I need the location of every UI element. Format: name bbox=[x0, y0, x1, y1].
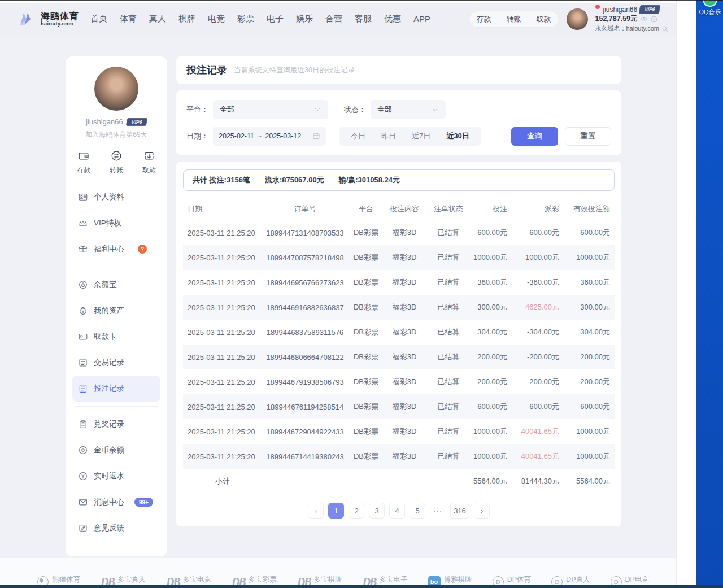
sidebar-menu-item[interactable]: 交易记录 bbox=[72, 350, 160, 376]
summary-bar: 共计 投注:3156笔 流水:875067.00元 输/赢:301058.24元 bbox=[183, 169, 615, 191]
page-number-button[interactable]: 4 bbox=[389, 503, 405, 519]
wallet-action-button[interactable]: 存款 bbox=[469, 11, 499, 27]
table-header-row: 日期 订单号 平台 投注内容 注单状态 投注 派彩 有效投注额 bbox=[183, 198, 615, 220]
avatar[interactable] bbox=[567, 8, 588, 30]
transfer-icon bbox=[110, 150, 123, 162]
prev-page-button[interactable]: ‹ bbox=[308, 503, 324, 519]
redeem-icon bbox=[78, 419, 88, 429]
nav-menu-item[interactable]: 合营 bbox=[325, 14, 342, 24]
table-row: 2025-03-11 21:25:20 1899446761194258514 … bbox=[183, 394, 615, 419]
nav-menu-item[interactable]: 彩票 bbox=[237, 14, 254, 24]
partner-logo: DB 多宝电子 bbox=[363, 575, 408, 585]
desktop-background: QQ音乐 bbox=[696, 0, 723, 585]
nav-menu-item[interactable]: 电子 bbox=[267, 14, 284, 24]
sidebar-menu-item[interactable]: 取款卡 bbox=[72, 324, 160, 350]
quick-action-button[interactable]: 取款 bbox=[142, 150, 156, 175]
refresh-balance-icon[interactable] bbox=[650, 15, 658, 23]
nav-menu-item[interactable]: 体育 bbox=[120, 14, 137, 24]
date-range-input[interactable]: 2025-02-11 ~ 2025-03-12 bbox=[213, 127, 326, 146]
table-row: 2025-03-11 21:25:20 1899446916882636837 … bbox=[183, 295, 615, 320]
qq-music-desktop-icon[interactable]: QQ音乐 bbox=[699, 0, 721, 16]
vip-badge: VIP6 bbox=[639, 5, 661, 14]
gift-icon bbox=[78, 244, 88, 254]
rebate-icon bbox=[78, 471, 88, 481]
quick-range-button[interactable]: 近30日 bbox=[438, 127, 477, 146]
page-number-button[interactable]: 2 bbox=[349, 503, 364, 519]
nav-menu-item[interactable]: 客服 bbox=[355, 14, 372, 24]
wallet-action-button[interactable]: 取款 bbox=[529, 11, 559, 27]
sidebar-divider bbox=[75, 267, 158, 267]
nav-right-area: 存款 转账 取款 jiushigan66 VIP6 152,787.59元 bbox=[469, 5, 671, 33]
page-subtitle: 当前系统支持查询最近30日的投注记录 bbox=[234, 66, 355, 75]
quick-action-button[interactable]: 转账 bbox=[110, 150, 123, 175]
sidebar-divider bbox=[75, 406, 158, 407]
partner-logo: DB 多宝电竞 bbox=[166, 575, 211, 585]
browser-page: 海鸥体育 haiouty.com 首页 体育 真人 棋牌 电竞 彩票 电子 娱乐 bbox=[0, 0, 676, 585]
scrollbar-track[interactable] bbox=[676, 0, 696, 585]
status-label: 状态： bbox=[344, 104, 366, 115]
taskbar[interactable] bbox=[0, 585, 723, 588]
partner-logo-glyph: D bbox=[493, 576, 504, 585]
nav-menu-item[interactable]: 棋牌 bbox=[178, 14, 195, 24]
page-number-button[interactable]: ··· bbox=[430, 503, 446, 519]
sidebar-menu-item[interactable]: 我的资产 bbox=[72, 298, 160, 324]
quick-range-button[interactable]: 昨日 bbox=[373, 127, 404, 146]
notification-dot bbox=[595, 5, 600, 9]
nav-menu-item[interactable]: APP bbox=[413, 14, 430, 24]
sidebar-menu-item[interactable]: 兑奖记录 bbox=[72, 411, 160, 437]
sidebar-menu-item[interactable]: 消息中心 99+ bbox=[72, 489, 160, 515]
brand-logo[interactable]: 海鸥体育 haiouty.com bbox=[17, 10, 79, 29]
status-select[interactable]: 全部 bbox=[371, 100, 446, 119]
transactions-icon bbox=[78, 358, 88, 368]
quick-range-button[interactable]: 今日 bbox=[343, 127, 373, 146]
partner-logo: DB 多宝棋牌 bbox=[297, 575, 342, 585]
next-page-button[interactable]: › bbox=[474, 503, 490, 519]
chevron-down-icon bbox=[431, 106, 439, 114]
search-icon[interactable] bbox=[661, 25, 668, 32]
quick-action-button[interactable]: 存款 bbox=[77, 150, 90, 175]
nav-menu-item[interactable]: 娱乐 bbox=[296, 14, 313, 24]
sidebar-menu-item[interactable]: VIP特权 bbox=[72, 210, 160, 236]
search-button[interactable]: 查询 bbox=[511, 127, 558, 146]
partner-logo: D DP电竞 bbox=[611, 575, 649, 585]
quick-range-group: 今日 昨日 近7日 近30日 bbox=[339, 127, 481, 146]
nav-menu-item[interactable]: 真人 bbox=[149, 14, 166, 24]
page-number-button[interactable]: 3 bbox=[369, 503, 385, 519]
eye-icon[interactable] bbox=[640, 15, 648, 23]
page-number-button[interactable]: 5 bbox=[410, 503, 425, 519]
sidebar-menu-item[interactable]: 余额宝 bbox=[72, 272, 160, 298]
help-badge[interactable]: ? bbox=[138, 245, 147, 254]
table-row: 2025-03-11 21:25:20 1899446729044922433 … bbox=[183, 419, 615, 444]
table-row: 2025-03-11 21:25:20 1899447131408703533 … bbox=[183, 220, 615, 245]
sidebar-menu-item[interactable]: 意见反馈 bbox=[72, 515, 160, 541]
sidebar-menu-item[interactable]: 福利中心 ? bbox=[72, 236, 160, 262]
nav-menu-item[interactable]: 优惠 bbox=[384, 14, 401, 24]
table-row: 2025-03-11 21:25:20 1899447087578218498 … bbox=[183, 245, 615, 270]
footer: 熊猫体育 DB 多宝真人 DB 多宝电竞 bbox=[0, 558, 676, 585]
wallet-action-button[interactable]: 转账 bbox=[499, 11, 529, 27]
sidebar-menu-item[interactable]: 个人资料 bbox=[72, 184, 160, 210]
platform-select[interactable]: 全部 bbox=[213, 100, 328, 119]
page-number-button[interactable]: 1 bbox=[328, 503, 344, 519]
page-number-button[interactable]: 316 bbox=[450, 503, 469, 519]
table-row: 2025-03-11 21:25:20 1899446956766273623 … bbox=[183, 270, 615, 295]
partner-logo: DB 多宝真人 bbox=[101, 575, 146, 585]
sidebar-menu-item[interactable]: 实时返水 bbox=[72, 463, 160, 489]
seagull-logo-icon bbox=[17, 10, 36, 29]
nav-menu-item[interactable]: 电竞 bbox=[208, 14, 225, 24]
quick-range-button[interactable]: 近7日 bbox=[404, 127, 438, 146]
main-content: 投注记录 当前系统支持查询最近30日的投注记录 平台： 全部 状态： 全部 日期… bbox=[176, 56, 621, 526]
balance-amount: 152,787.59元 bbox=[595, 14, 638, 24]
message-icon bbox=[78, 497, 88, 507]
table-row: 2025-03-11 21:25:20 1899446714419380243 … bbox=[183, 444, 615, 469]
avatar[interactable] bbox=[94, 67, 138, 111]
sidebar-menu-item[interactable]: 投注记录 bbox=[72, 376, 160, 402]
quick-actions: 存款 转账 取款 bbox=[72, 150, 160, 175]
partner-logos: 熊猫体育 DB 多宝真人 DB 多宝电竞 bbox=[0, 575, 676, 585]
top-navbar: 海鸥体育 haiouty.com 首页 体育 真人 棋牌 电竞 彩票 电子 娱乐 bbox=[0, 3, 676, 35]
reset-button[interactable]: 重置 bbox=[565, 127, 611, 146]
date-to: 2025-03-12 bbox=[265, 132, 301, 140]
nav-menu: 首页 体育 真人 棋牌 电竞 彩票 电子 娱乐 合营 客服 优惠 AP bbox=[90, 14, 430, 24]
nav-menu-item[interactable]: 首页 bbox=[90, 14, 107, 24]
sidebar-menu-item[interactable]: 金币余额 bbox=[72, 437, 160, 463]
